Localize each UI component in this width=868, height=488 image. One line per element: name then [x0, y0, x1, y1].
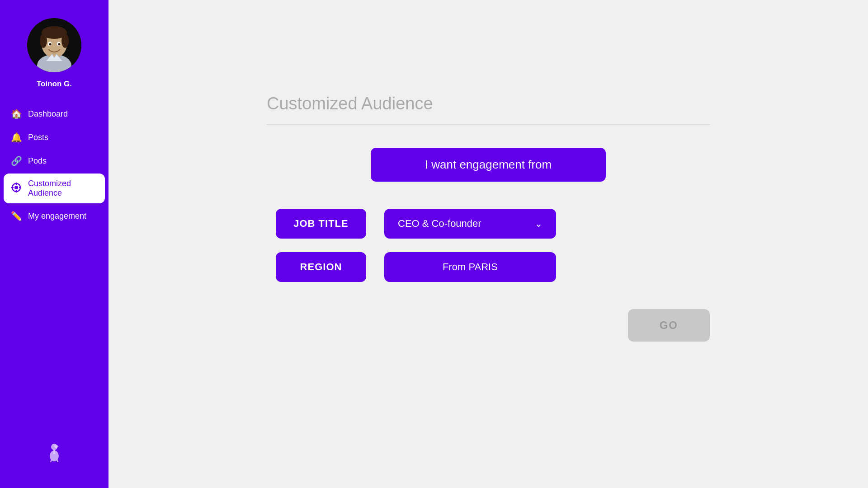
filter-row-job-title: JOB TITLE CEO & Co-founder ⌄: [276, 209, 701, 239]
sidebar-item-pods[interactable]: 🔗 Pods: [0, 150, 108, 172]
job-title-value-text: CEO & Co-founder: [398, 218, 481, 230]
svg-line-21: [57, 460, 58, 462]
posts-icon: 🔔: [11, 132, 22, 143]
sidebar-item-pods-label: Pods: [28, 156, 47, 166]
avatar: [27, 18, 81, 72]
sidebar-item-customized-audience-label: CustomizedAudience: [28, 179, 71, 198]
my-engagement-icon: ✏️: [11, 211, 22, 221]
dashboard-icon: 🏠: [11, 108, 22, 119]
filter-row-region: REGION From PARIS: [276, 252, 701, 282]
svg-point-11: [14, 186, 18, 189]
sidebar-item-customized-audience[interactable]: CustomizedAudience: [4, 174, 105, 203]
svg-rect-19: [53, 450, 55, 454]
svg-line-20: [51, 460, 52, 462]
svg-point-10: [58, 43, 61, 46]
user-name-label: Toinon G.: [37, 80, 72, 89]
chevron-down-icon: ⌄: [535, 218, 542, 229]
customized-audience-icon: [11, 183, 22, 195]
svg-point-22: [54, 445, 58, 448]
page-title: Customized Audience: [267, 94, 710, 113]
card: Customized Audience I want engagement fr…: [240, 72, 737, 416]
sidebar-item-my-engagement[interactable]: ✏️ My engagement: [0, 205, 108, 227]
svg-point-6: [61, 33, 69, 48]
svg-point-5: [40, 33, 47, 48]
job-title-value-button[interactable]: CEO & Co-founder ⌄: [384, 209, 556, 239]
engagement-button[interactable]: I want engagement from: [371, 148, 606, 182]
sidebar-item-dashboard-label: Dashboard: [28, 109, 68, 119]
go-button[interactable]: GO: [628, 309, 710, 342]
engagement-section: I want engagement from: [267, 148, 710, 182]
region-label-button[interactable]: REGION: [276, 252, 366, 282]
go-section: GO: [267, 309, 710, 342]
sidebar-item-posts-label: Posts: [28, 133, 48, 142]
divider: [267, 124, 710, 125]
sidebar-item-dashboard[interactable]: 🏠 Dashboard: [0, 103, 108, 125]
ostrich-logo: [44, 442, 64, 465]
filter-rows: JOB TITLE CEO & Co-founder ⌄ REGION From…: [267, 209, 710, 282]
pods-icon: 🔗: [11, 155, 22, 166]
main-content: Customized Audience I want engagement fr…: [108, 0, 868, 488]
region-value-button[interactable]: From PARIS: [384, 252, 556, 282]
sidebar-item-my-engagement-label: My engagement: [28, 211, 86, 221]
job-title-label-button[interactable]: JOB TITLE: [276, 209, 366, 239]
sidebar-item-posts[interactable]: 🔔 Posts: [0, 127, 108, 148]
sidebar-nav: 🏠 Dashboard 🔔 Posts 🔗 Pods Custom: [0, 103, 108, 227]
sidebar: Toinon G. 🏠 Dashboard 🔔 Posts 🔗 Pods: [0, 0, 108, 488]
sidebar-bottom: [35, 433, 73, 474]
svg-point-9: [49, 43, 52, 46]
